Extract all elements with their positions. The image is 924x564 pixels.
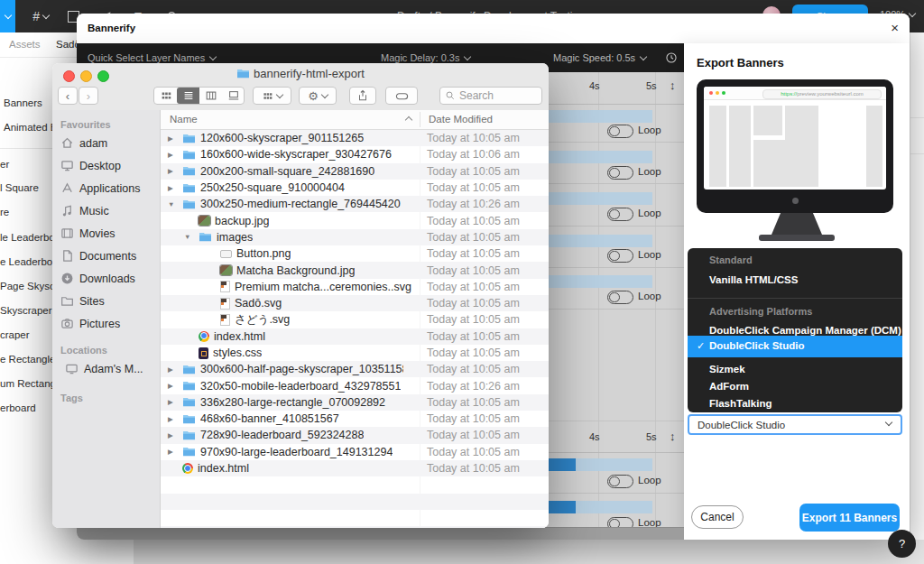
layer-item[interactable]: erboard — [0, 402, 36, 413]
table-row[interactable]: 250x250-square_910000404Today at 10:05 a… — [161, 180, 549, 196]
resize-arrows-icon[interactable]: ↕ — [670, 430, 676, 443]
loop-toggle[interactable] — [607, 208, 633, 221]
disclosure-triangle-icon[interactable] — [168, 200, 182, 208]
tag-button[interactable] — [385, 87, 418, 105]
sidebar-section-header: Favourites — [60, 119, 111, 130]
layer-item[interactable]: Banners — [4, 97, 42, 108]
file-date: Today at 10:05 am — [427, 181, 520, 194]
platform-item[interactable]: FlashTalking — [709, 398, 772, 409]
layer-item[interactable]: re — [0, 207, 9, 217]
loop-toggle[interactable] — [607, 166, 633, 180]
table-row[interactable]: Premium matcha...ceremonies..svgToday at… — [161, 279, 549, 295]
cancel-button[interactable]: Cancel — [691, 505, 744, 529]
gallery-view-button[interactable] — [222, 88, 245, 104]
table-row[interactable]: 200x200-small-square_242881690Today at 1… — [161, 163, 549, 180]
column-header-name[interactable]: Name — [170, 114, 198, 125]
sidebar-item-applications[interactable]: Applications — [60, 181, 140, 195]
loop-toggle[interactable] — [607, 249, 633, 263]
layer-item[interactable]: er — [0, 159, 9, 170]
sidebar-item-computer[interactable]: Adam's M... — [65, 362, 143, 375]
action-gear-button[interactable]: ⚙ — [299, 87, 337, 105]
platform-item[interactable]: Sizmek — [709, 364, 745, 374]
table-row[interactable]: Button.pngToday at 10:05 am — [161, 245, 549, 262]
disclosure-triangle-icon[interactable] — [168, 151, 182, 159]
section-header: Standard — [709, 254, 753, 265]
table-row[interactable]: index.htmlToday at 10:05 am — [161, 328, 549, 345]
share-button[interactable] — [349, 87, 376, 105]
disclosure-triangle-icon[interactable] — [168, 431, 182, 439]
platform-item[interactable]: Vanilla HTML/CSS — [709, 274, 798, 285]
close-icon[interactable]: × — [891, 20, 899, 35]
export-banners-button[interactable]: Export 11 Banners — [799, 504, 900, 532]
sidebar-item-movies[interactable]: Movies — [60, 227, 116, 240]
move-tool-button[interactable] — [0, 0, 15, 32]
table-row[interactable]: 970x90-large-leaderboard_149131294Today … — [161, 444, 549, 460]
sidebar-item-pictures[interactable]: Pictures — [60, 317, 120, 330]
format-select[interactable]: DoubleClick Studio — [688, 414, 902, 435]
layer-item[interactable]: Page Skyscr — [0, 281, 59, 291]
layer-item[interactable]: Skyscraper — [0, 305, 52, 316]
table-row[interactable]: 160x600-wide-skyscraper_930427676Today a… — [161, 146, 549, 162]
search-input[interactable]: Search — [439, 87, 542, 105]
disclosure-triangle-icon[interactable] — [168, 167, 182, 175]
disclosure-triangle-icon[interactable] — [168, 398, 182, 406]
tab-assets[interactable]: Assets — [9, 39, 41, 50]
disclosure-triangle-icon[interactable] — [168, 415, 182, 423]
table-row[interactable]: Matcha Background.jpgToday at 10:05 am — [161, 262, 549, 278]
table-row[interactable]: styles.cssToday at 10:05 am — [161, 345, 549, 361]
help-button[interactable]: ? — [888, 530, 916, 558]
icon-view-button[interactable] — [154, 88, 177, 104]
platform-item-selected[interactable]: ✓ DoubleClick Studio — [688, 336, 902, 357]
loop-toggle[interactable] — [607, 125, 633, 138]
disclosure-triangle-icon[interactable] — [168, 448, 182, 456]
column-divider[interactable] — [420, 112, 420, 127]
sidebar-item-documents[interactable]: Documents — [60, 249, 136, 263]
layer-item[interactable]: craper — [0, 329, 30, 340]
sidebar-item-adam[interactable]: adam — [60, 136, 107, 150]
table-row[interactable]: 300x250-medium-rectangle_769445420Today … — [161, 196, 549, 212]
disclosure-triangle-icon[interactable] — [168, 134, 182, 143]
column-header-date[interactable]: Date Modified — [429, 114, 493, 125]
table-row[interactable]: 336x280-large-rectangle_070092892Today a… — [161, 394, 549, 411]
chevron-down-icon — [885, 419, 892, 426]
sidebar-item-downloads[interactable]: Downloads — [60, 272, 135, 285]
layer-item[interactable]: l Square — [0, 182, 39, 193]
table-row[interactable]: index.htmlToday at 10:05 am — [161, 460, 549, 476]
sidebar-item-sites[interactable]: Sites — [60, 294, 105, 308]
folder-icon — [182, 133, 196, 144]
forward-button[interactable]: › — [79, 87, 98, 105]
group-by-button[interactable] — [253, 87, 291, 105]
table-row[interactable]: Sadō.svgToday at 10:05 am — [161, 295, 549, 311]
platform-item[interactable]: DoubleClick Campaign Manager (DCM) — [709, 325, 901, 336]
table-row[interactable]: imagesToday at 10:05 am — [161, 229, 549, 245]
platform-item[interactable]: AdForm — [709, 381, 749, 392]
layer-item[interactable]: e Rectangle — [0, 354, 55, 365]
frame-tool-button[interactable]: # — [23, 0, 58, 32]
sidebar-item-music[interactable]: Music — [60, 204, 109, 217]
disclosure-triangle-icon[interactable] — [168, 184, 182, 192]
chevron-down-icon — [4, 11, 11, 18]
table-row[interactable]: さどう.svgToday at 10:05 am — [161, 311, 549, 328]
layer-item[interactable]: um Rectangl — [0, 378, 59, 389]
table-row[interactable]: 728x90-leaderboard_592324288Today at 10:… — [161, 427, 549, 443]
list-view-button[interactable] — [177, 88, 199, 104]
back-button[interactable]: ‹ — [58, 87, 78, 105]
loop-toggle[interactable] — [607, 475, 633, 488]
magic-speed-dropdown[interactable]: Magic Speed: 0.5s — [553, 52, 646, 63]
table-row[interactable]: backup.jpgToday at 10:05 am — [161, 212, 549, 228]
sidebar-item-desktop[interactable]: Desktop — [60, 159, 121, 172]
table-row[interactable]: 300x600-half-page-skyscraper_103511586To… — [161, 361, 549, 377]
disclosure-triangle-icon[interactable] — [168, 382, 182, 390]
loop-toggle[interactable] — [607, 291, 633, 304]
table-row[interactable]: 120x600-skyscraper_901151265Today at 10:… — [161, 130, 549, 146]
disclosure-triangle-icon[interactable] — [184, 233, 199, 241]
resize-arrows-icon[interactable]: ↕ — [670, 79, 676, 92]
horizontal-scrollbar[interactable] — [77, 527, 684, 540]
table-row[interactable]: 320x50-mobile-leaderboard_432978551Today… — [161, 377, 549, 393]
magic-delay-dropdown[interactable]: Magic Delay: 0.3s — [381, 52, 470, 63]
table-row[interactable]: 468x60-banner_410851567Today at 10:05 am — [161, 411, 549, 427]
quick-select-dropdown[interactable]: Quick Select Layer Names — [88, 52, 216, 63]
history-clock-icon[interactable] — [665, 51, 678, 66]
disclosure-triangle-icon[interactable] — [168, 365, 182, 374]
column-view-button[interactable] — [199, 88, 222, 104]
